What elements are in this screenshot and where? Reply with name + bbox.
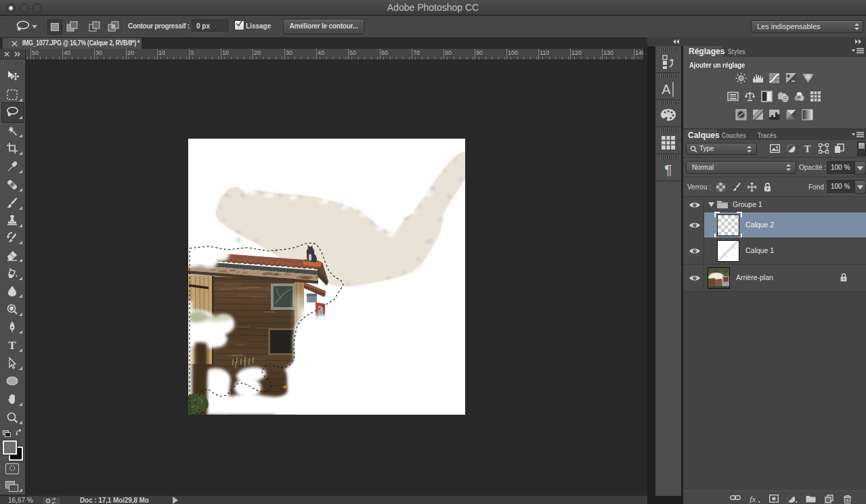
svg-text:¶: ¶ bbox=[664, 162, 672, 177]
svg-text:T: T bbox=[804, 143, 810, 154]
svg-text:T: T bbox=[8, 339, 16, 352]
svg-text:A: A bbox=[662, 82, 671, 97]
svg-text:fx: fx bbox=[750, 495, 756, 503]
